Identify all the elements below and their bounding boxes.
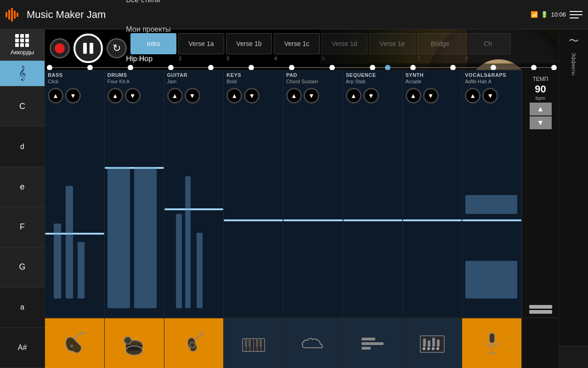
key-C[interactable]: C — [0, 86, 45, 126]
chords-label: Аккорды — [11, 49, 34, 56]
svg-rect-19 — [245, 339, 247, 347]
tempo-up-button[interactable]: ▲ — [530, 103, 552, 115]
bar3 — [11, 8, 13, 22]
guitar-up[interactable]: ▲ — [167, 88, 183, 104]
tempo-stepper: ▲ ▼ — [530, 103, 552, 129]
drums-up[interactable]: ▲ — [107, 88, 123, 104]
seq-down[interactable]: ▼ — [363, 88, 379, 104]
svg-point-31 — [423, 347, 425, 350]
pattern-synth[interactable] — [403, 129, 463, 317]
menu-line2 — [570, 14, 582, 15]
bass-bar1 — [54, 224, 61, 299]
app-title: Music Maker Jam — [27, 9, 106, 21]
bar5 — [17, 12, 18, 17]
clef-button[interactable]: 𝄞 — [0, 61, 45, 86]
pattern-vocals[interactable] — [462, 129, 522, 317]
key-F[interactable]: F — [0, 207, 45, 247]
sidebar: Аккорды 𝄞 C d e F G a A# — [0, 29, 45, 368]
svg-rect-22 — [260, 339, 262, 347]
pattern-keys[interactable] — [224, 129, 283, 317]
svg-rect-23 — [362, 338, 375, 340]
record-button[interactable] — [50, 38, 70, 58]
drums-down[interactable]: ▼ — [125, 88, 141, 104]
vocals-down[interactable]: ▼ — [482, 88, 498, 104]
tempo-down-button[interactable]: ▼ — [530, 116, 552, 129]
key-Asharp[interactable]: A# — [0, 328, 45, 368]
track-drums-preset: Four Kit A — [105, 79, 164, 86]
svg-point-32 — [427, 347, 430, 350]
instrument-keys[interactable] — [224, 318, 283, 368]
segment-verse1c[interactable]: Verse 1c 4 — [274, 33, 320, 54]
track-pad: PAD Chord Sustain ▲ ▼ — [283, 70, 343, 129]
keys-down[interactable]: ▼ — [244, 88, 260, 104]
key-a[interactable]: a — [0, 288, 45, 328]
track-keys-arrows: ▲ ▼ — [224, 86, 283, 105]
pause-bar-right — [90, 43, 93, 54]
synth-highlight — [403, 219, 462, 221]
pattern-sequence[interactable] — [343, 129, 403, 317]
track-keys-preset: Bold — [224, 79, 283, 86]
pattern-drums[interactable] — [105, 129, 164, 317]
key-d[interactable]: d — [0, 126, 45, 167]
svg-point-33 — [432, 347, 435, 350]
tempo-value: 90 — [535, 83, 546, 95]
keys-up[interactable]: ▲ — [226, 88, 242, 104]
svg-rect-28 — [428, 340, 430, 347]
effects-waveform-icon[interactable]: 〜 — [569, 34, 579, 48]
pad-up[interactable]: ▲ — [286, 88, 302, 104]
track-drums-name: DRUMS — [105, 70, 164, 79]
menu-button[interactable] — [570, 8, 582, 21]
segment-verse1b[interactable]: Verse 1b 3 — [226, 33, 272, 54]
key-e[interactable]: e — [0, 167, 45, 207]
track-synth: SYNTH Arcade ▲ ▼ — [403, 70, 463, 129]
vocals-bar1 — [465, 261, 517, 299]
timeline-row — [45, 63, 559, 70]
bass-down[interactable]: ▼ — [65, 88, 81, 104]
instrument-synth[interactable] — [403, 318, 463, 368]
chords-button[interactable]: Аккорды — [0, 29, 45, 61]
track-synth-arrows: ▲ ▼ — [403, 86, 462, 105]
segment-bridge[interactable]: Bridge 7 — [417, 33, 463, 54]
instrument-sequence[interactable] — [343, 318, 403, 368]
key-G[interactable]: G — [0, 247, 45, 288]
synth-down[interactable]: ▼ — [423, 88, 439, 104]
pattern-bass[interactable] — [45, 129, 105, 317]
svg-line-1 — [74, 332, 83, 339]
guitar-down[interactable]: ▼ — [185, 88, 200, 104]
instrument-guitar[interactable] — [164, 318, 224, 368]
pad-down[interactable]: ▼ — [304, 88, 319, 104]
bass-up[interactable]: ▲ — [48, 88, 63, 104]
pattern-pad-bg — [283, 129, 343, 317]
instrument-pad[interactable] — [283, 318, 343, 368]
pause-button[interactable] — [74, 34, 103, 63]
tab-all-styles[interactable]: Все стили — [115, 0, 181, 15]
pattern-pad[interactable] — [283, 129, 343, 317]
track-sequence: SEQUENCE Arp Stab ▲ ▼ — [343, 70, 403, 129]
bar2 — [8, 10, 10, 20]
segment-ch[interactable]: Ch 8 — [465, 33, 511, 54]
center-panel: HIP-HOP MUSIC MAKER JAM SESSION ↻ — [45, 29, 559, 368]
track-vocals-name: VOCALS&RAPS — [462, 70, 521, 79]
track-keys: KEYS Bold ▲ ▼ — [224, 70, 283, 129]
dot — [15, 43, 19, 47]
header-section: ↻ Intro Часть 1 Verse 1a 2 Verse 1b 3 Ve… — [45, 29, 559, 63]
timeline-track[interactable] — [50, 67, 554, 68]
topbar: Music Maker Jam Мои стили Все стили Мои … — [0, 0, 588, 29]
vocals-up[interactable]: ▲ — [465, 88, 481, 104]
synth-up[interactable]: ▲ — [406, 88, 421, 104]
segment-verse1d[interactable]: Verse 1d 6 — [322, 33, 368, 54]
segment-verse1a[interactable]: Verse 1a 2 — [178, 33, 224, 54]
seq-up[interactable]: ▲ — [346, 88, 362, 104]
guitar-bar2 — [185, 176, 191, 308]
record-icon — [55, 43, 65, 53]
segment-intro[interactable]: Intro Часть 1 — [130, 33, 176, 54]
menu-line1 — [570, 11, 582, 12]
loop-button[interactable]: ↻ — [107, 38, 127, 58]
svg-rect-30 — [437, 339, 440, 347]
instrument-vocals[interactable] — [462, 318, 522, 368]
segment-verse1e[interactable]: Verse 1e — [369, 33, 415, 54]
pattern-guitar[interactable] — [164, 129, 224, 317]
keys-highlight — [224, 219, 283, 221]
instrument-drums[interactable] — [105, 318, 164, 368]
instrument-bass[interactable] — [45, 318, 105, 368]
